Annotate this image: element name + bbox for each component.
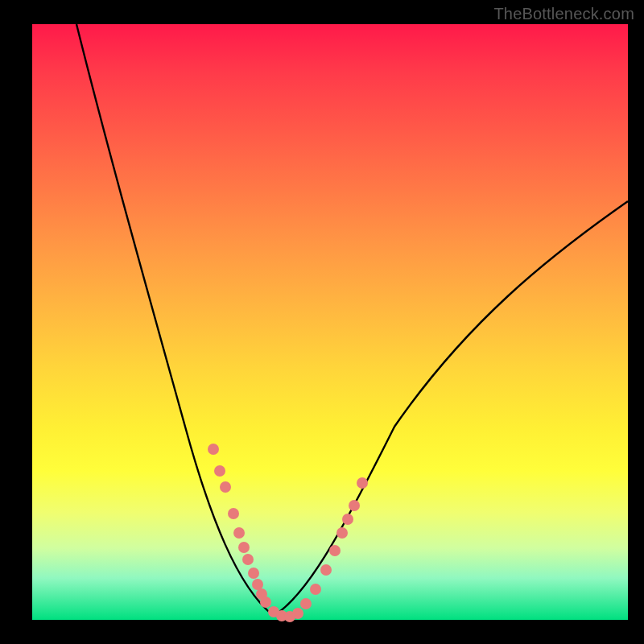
dots-right — [284, 477, 368, 622]
watermark-label: TheBottleneck.com — [493, 5, 634, 23]
chart-stage: TheBottleneck.com — [0, 0, 644, 644]
svg-point-2 — [220, 481, 231, 493]
svg-point-7 — [248, 568, 259, 579]
svg-point-0 — [208, 444, 219, 455]
svg-point-16 — [310, 584, 321, 595]
svg-point-14 — [292, 608, 303, 619]
svg-point-15 — [300, 598, 312, 609]
svg-point-1 — [214, 465, 225, 477]
svg-point-10 — [260, 597, 271, 608]
curve-left — [76, 24, 274, 616]
svg-point-3 — [228, 508, 239, 519]
chart-svg — [32, 24, 628, 620]
curve-right — [274, 201, 628, 616]
svg-point-17 — [320, 564, 332, 576]
svg-point-4 — [233, 527, 245, 539]
svg-point-6 — [242, 554, 254, 565]
svg-point-19 — [336, 527, 348, 539]
svg-point-8 — [252, 579, 263, 590]
svg-point-21 — [349, 500, 360, 511]
svg-point-18 — [329, 545, 341, 556]
plot-area — [32, 24, 628, 620]
svg-point-5 — [238, 542, 250, 553]
svg-point-20 — [342, 514, 353, 525]
svg-point-22 — [357, 477, 368, 489]
